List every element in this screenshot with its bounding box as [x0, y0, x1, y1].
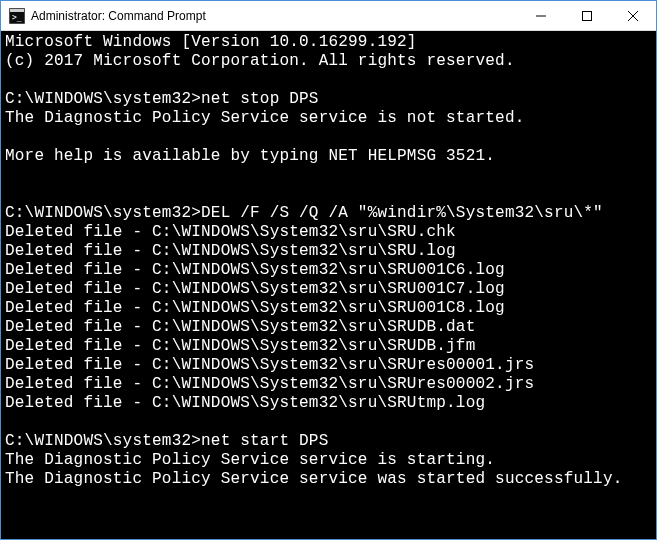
terminal-line: Deleted file - C:\WINDOWS\System32\sru\S…	[5, 318, 652, 337]
terminal-line: Deleted file - C:\WINDOWS\System32\sru\S…	[5, 242, 652, 261]
svg-text:>_: >_	[12, 13, 22, 22]
terminal-line: (c) 2017 Microsoft Corporation. All righ…	[5, 52, 652, 71]
terminal-line	[5, 166, 652, 185]
terminal-line: The Diagnostic Policy Service service is…	[5, 451, 652, 470]
command-prompt-window: >_ Administrator: Command Prompt Microso…	[0, 0, 657, 540]
terminal-line: The Diagnostic Policy Service service is…	[5, 109, 652, 128]
title-bar[interactable]: >_ Administrator: Command Prompt	[1, 1, 656, 31]
minimize-button[interactable]	[518, 1, 564, 30]
terminal-line	[5, 413, 652, 432]
terminal-line	[5, 128, 652, 147]
svg-rect-4	[583, 11, 592, 20]
close-button[interactable]	[610, 1, 656, 30]
terminal-line: Deleted file - C:\WINDOWS\System32\sru\S…	[5, 280, 652, 299]
terminal-line: The Diagnostic Policy Service service wa…	[5, 470, 652, 489]
terminal-line: More help is available by typing NET HEL…	[5, 147, 652, 166]
terminal-line: Deleted file - C:\WINDOWS\System32\sru\S…	[5, 375, 652, 394]
terminal-line: Deleted file - C:\WINDOWS\System32\sru\S…	[5, 223, 652, 242]
terminal-line: Deleted file - C:\WINDOWS\System32\sru\S…	[5, 394, 652, 413]
maximize-button[interactable]	[564, 1, 610, 30]
terminal-line: C:\WINDOWS\system32>net start DPS	[5, 432, 652, 451]
terminal-line: Microsoft Windows [Version 10.0.16299.19…	[5, 33, 652, 52]
terminal-line	[5, 185, 652, 204]
terminal-line: Deleted file - C:\WINDOWS\System32\sru\S…	[5, 356, 652, 375]
terminal-output[interactable]: Microsoft Windows [Version 10.0.16299.19…	[1, 31, 656, 539]
terminal-line: Deleted file - C:\WINDOWS\System32\sru\S…	[5, 337, 652, 356]
terminal-line: C:\WINDOWS\system32>net stop DPS	[5, 90, 652, 109]
terminal-line: Deleted file - C:\WINDOWS\System32\sru\S…	[5, 299, 652, 318]
terminal-line: Deleted file - C:\WINDOWS\System32\sru\S…	[5, 261, 652, 280]
svg-rect-1	[10, 9, 24, 12]
cmd-icon: >_	[9, 8, 25, 24]
terminal-line: C:\WINDOWS\system32>DEL /F /S /Q /A "%wi…	[5, 204, 652, 223]
window-title: Administrator: Command Prompt	[31, 9, 518, 23]
window-controls	[518, 1, 656, 30]
terminal-line	[5, 71, 652, 90]
